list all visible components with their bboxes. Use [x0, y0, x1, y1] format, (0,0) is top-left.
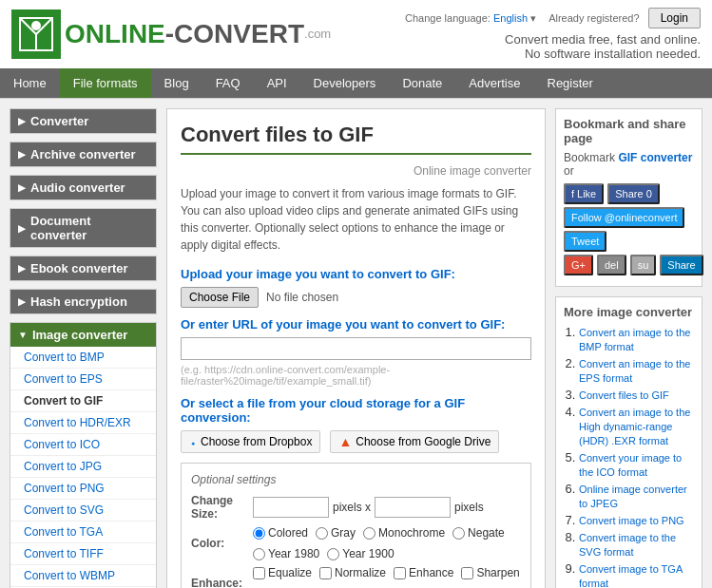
facebook-share-button[interactable]: Share 0 [607, 183, 660, 204]
more-list: Convert an image to the BMP format Conve… [564, 325, 694, 588]
color-year1980-radio[interactable] [253, 548, 265, 560]
color-options: Colored Gray Monochrome Negate Year 1980… [253, 526, 521, 560]
sidebar-converter-label: Converter [30, 114, 88, 128]
enhance-label: Enhance: [191, 577, 253, 588]
more-link-3[interactable]: Convert files to GIF [579, 389, 669, 401]
twitter-follow-button[interactable]: Follow @onlineconvert [564, 207, 684, 228]
enhance-check[interactable] [394, 567, 406, 579]
enhance-sharpen[interactable]: Sharpen [461, 566, 519, 579]
sidebar-ebook-title[interactable]: ▶ Ebook converter [10, 256, 156, 280]
sidebar-item-tga[interactable]: Convert to TGA [10, 522, 156, 543]
fb-icon: f [571, 188, 574, 199]
arrow-icon: ▶ [18, 182, 26, 193]
dropbox-icon: ⬩ [189, 434, 197, 449]
color-monochrome-radio[interactable] [363, 527, 375, 540]
su-button[interactable]: su [630, 255, 657, 275]
tagline2: No software installation needed. [405, 47, 701, 61]
sidebar-item-svg[interactable]: Convert to SVG [10, 500, 156, 522]
lang-link[interactable]: English [493, 12, 528, 24]
url-input[interactable] [181, 337, 531, 360]
normalize-check[interactable] [319, 567, 332, 579]
twitter-tweet-button[interactable]: Tweet [564, 231, 606, 252]
sidebar-converter-title[interactable]: ▶ Converter [10, 109, 156, 133]
login-button[interactable]: Login [648, 8, 701, 28]
color-year1900-radio[interactable] [327, 548, 339, 560]
more-link-9[interactable]: Convert image to TGA format [579, 563, 683, 588]
more-link-5[interactable]: Convert your image to the ICO format [579, 452, 682, 478]
color-negate[interactable]: Negate [452, 526, 505, 540]
sidebar-item-png[interactable]: Convert to PNG [10, 478, 156, 500]
enhance-enhance[interactable]: Enhance [394, 566, 453, 579]
sidebar-archive-title[interactable]: ▶ Archive converter [10, 142, 156, 166]
size-x-label: pixels x [333, 501, 371, 514]
sidebar-item-tiff[interactable]: Convert to TIFF [10, 543, 156, 565]
sidebar-item-jpg[interactable]: Convert to JPG [10, 456, 156, 478]
sidebar-document-title[interactable]: ▶ Document converter [10, 209, 156, 247]
sidebar-section-document: ▶ Document converter [10, 208, 157, 248]
nav-file-formats[interactable]: File formats [60, 68, 151, 98]
size-height-input[interactable] [375, 497, 451, 518]
nav-register[interactable]: Register [534, 68, 606, 98]
color-colored[interactable]: Colored [253, 526, 308, 540]
bookmark-section: Bookmark and share page Bookmark GIF con… [555, 108, 702, 287]
bookmark-word: Bookmark [564, 151, 615, 164]
color-year1980[interactable]: Year 1980 [253, 547, 319, 560]
nav-faq[interactable]: FAQ [202, 68, 254, 98]
google-plus-button[interactable]: G+ [564, 255, 593, 275]
sidebar-item-bmp[interactable]: Convert to BMP [10, 347, 156, 369]
nav-api[interactable]: API [254, 68, 300, 98]
converter-subtitle: Online image converter [181, 164, 531, 178]
sidebar-item-eps[interactable]: Convert to EPS [10, 369, 156, 390]
gdrive-button[interactable]: ▲ Choose from Google Drive [330, 430, 499, 453]
more-link-2[interactable]: Convert an image to the EPS format [579, 358, 690, 384]
optional-settings: Optional settings Change Size: pixels x … [181, 463, 531, 588]
no-file-text: No file chosen [266, 291, 338, 304]
enhance-normalize[interactable]: Normalize [319, 566, 386, 579]
nav-advertise[interactable]: Advertise [455, 68, 533, 98]
nav-home[interactable]: Home [0, 68, 60, 98]
gp-label: G+ [571, 259, 586, 271]
color-negate-radio[interactable] [452, 527, 465, 540]
sidebar-item-hdr[interactable]: Convert to HDR/EXR [10, 412, 156, 434]
content: Convert files to GIF Online image conver… [166, 108, 546, 588]
nav-blog[interactable]: Blog [151, 68, 202, 98]
more-link-8[interactable]: Convert image to the SVG format [579, 532, 676, 558]
more-item-9: Convert image to TGA format [579, 561, 694, 588]
sidebar-image-title[interactable]: ▼ Image converter [10, 323, 156, 347]
page-title: Convert files to GIF [181, 123, 531, 155]
more-link-1[interactable]: Convert an image to the BMP format [579, 327, 690, 352]
sidebar-item-wbmp[interactable]: Convert to WBMP [10, 565, 156, 587]
enhance-equalize[interactable]: Equalize [253, 566, 312, 579]
nav-donate[interactable]: Donate [389, 68, 455, 98]
gif-converter-link[interactable]: GIF converter [618, 151, 692, 164]
dropbox-button[interactable]: ⬩ Choose from Dropbox [181, 430, 320, 453]
color-gray[interactable]: Gray [316, 526, 356, 540]
color-colored-radio[interactable] [253, 527, 265, 540]
right-sidebar: Bookmark and share page Bookmark GIF con… [555, 108, 702, 588]
size-width-input[interactable] [253, 497, 329, 518]
more-link-6[interactable]: Online image converter to JPEG [579, 484, 687, 509]
linkedin-share-button[interactable]: Share [660, 255, 702, 275]
facebook-like-button[interactable]: f Like [564, 183, 604, 204]
sharpen-check[interactable] [461, 567, 473, 579]
sidebar-item-ico[interactable]: Convert to ICO [10, 434, 156, 456]
color-year1900[interactable]: Year 1900 [327, 547, 394, 560]
more-link-4[interactable]: Convert an image to the High dynamic-ran… [579, 407, 690, 446]
color-gray-radio[interactable] [316, 527, 328, 540]
sidebar-section-ebook: ▶ Ebook converter [10, 256, 157, 281]
color-monochrome[interactable]: Monochrome [363, 526, 445, 540]
more-section: More image converter Convert an image to… [555, 296, 702, 588]
choose-file-button[interactable]: Choose File [181, 287, 259, 308]
color-row: Color: Colored Gray Monochrome Negate Ye… [191, 526, 521, 560]
equalize-check[interactable] [253, 567, 265, 579]
sidebar-audio-title[interactable]: ▶ Audio converter [10, 176, 156, 199]
del-button[interactable]: del [597, 255, 626, 275]
nav: Home File formats Blog FAQ API Developer… [0, 68, 712, 98]
more-link-7[interactable]: Convert image to PNG [579, 515, 684, 526]
more-item-3: Convert files to GIF [579, 388, 694, 402]
cloud-row: ⬩ Choose from Dropbox ▲ Choose from Goog… [181, 430, 531, 453]
sidebar-hash-title[interactable]: ▶ Hash encryption [10, 290, 156, 313]
dropbox-label: Choose from Dropbox [201, 435, 312, 448]
sidebar-item-gif[interactable]: Convert to GIF [10, 390, 156, 412]
nav-developers[interactable]: Developers [300, 68, 390, 98]
